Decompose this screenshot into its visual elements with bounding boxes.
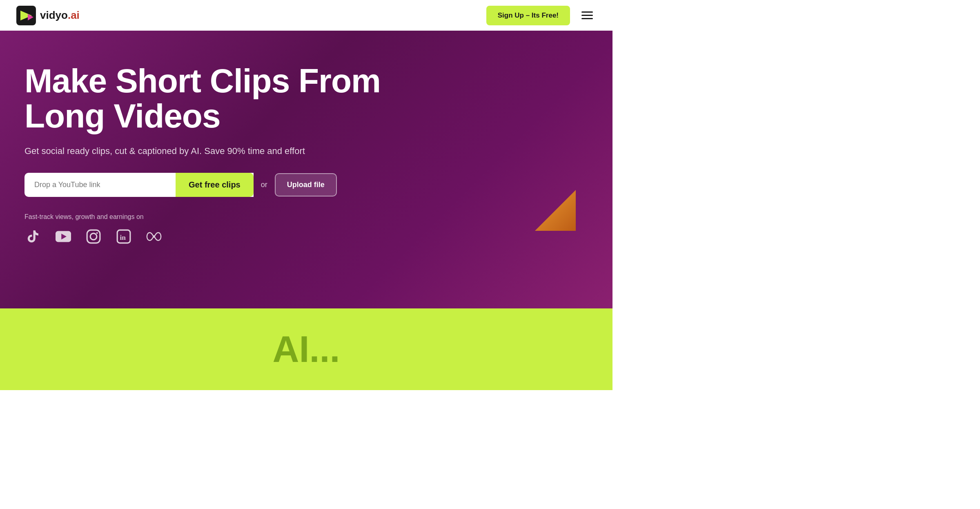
logo-text: vidyo.ai [40,9,80,22]
logo[interactable]: vidyo.ai [16,6,80,25]
hero-subtitle: Get social ready clips, cut & captioned … [24,146,392,156]
youtube-icon[interactable] [55,228,72,245]
green-section: AI... [0,308,612,390]
hamburger-line-3 [581,18,593,19]
hamburger-line-1 [581,11,593,13]
meta-icon[interactable] [145,228,163,245]
upload-file-button[interactable]: Upload file [275,173,337,196]
or-divider: or [261,181,267,189]
vidyo-logo-icon [16,6,36,25]
linkedin-icon[interactable]: in [115,228,132,245]
triangle-decoration [531,186,580,235]
svg-marker-10 [535,190,576,231]
tiktok-icon[interactable] [24,228,42,245]
youtube-url-input[interactable] [24,173,176,197]
url-input-wrapper: Get free clips [24,173,254,197]
svg-point-7 [96,232,98,234]
svg-text:in: in [120,233,126,241]
hero-content: Make Short Clips From Long Videos Get so… [24,63,392,245]
hamburger-menu[interactable] [578,8,596,22]
svg-rect-5 [87,230,100,243]
hamburger-line-2 [581,15,593,16]
social-icons-row: in [24,228,392,245]
signup-button[interactable]: Sign Up – Its Free! [486,6,570,25]
hero-title: Make Short Clips From Long Videos [24,63,392,134]
nav-right: Sign Up – Its Free! [486,6,596,25]
green-section-text: AI... [272,328,340,371]
get-free-clips-button[interactable]: Get free clips [176,173,254,197]
navbar: vidyo.ai Sign Up – Its Free! [0,0,612,31]
fast-track-label: Fast-track views, growth and earnings on [24,213,392,221]
svg-point-6 [90,233,97,240]
instagram-icon[interactable] [85,228,102,245]
input-row: Get free clips or Upload file [24,173,392,197]
hero-section: Make Short Clips From Long Videos Get so… [0,31,612,308]
